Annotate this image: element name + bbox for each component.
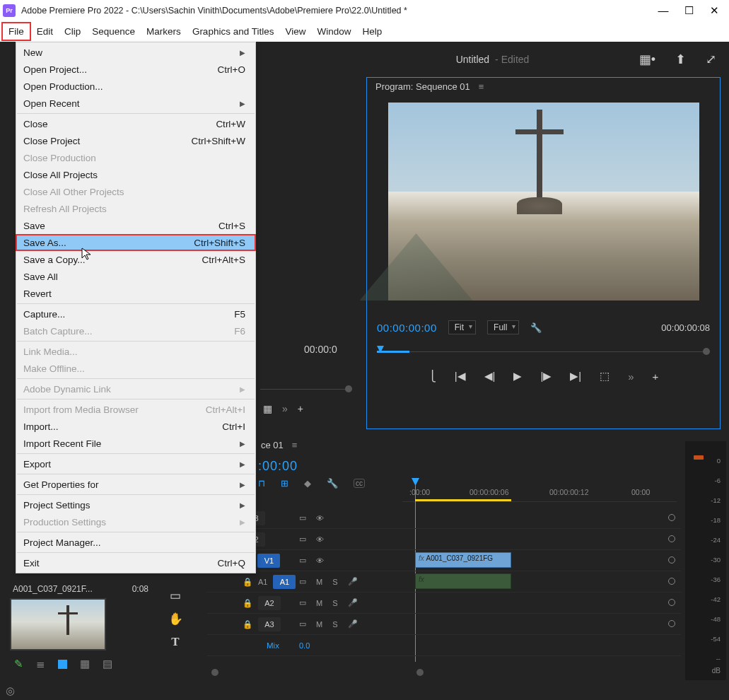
maximize-button[interactable]: ☐ [684,6,694,16]
menu-clip[interactable]: Clip [59,23,86,40]
toggle-output-icon[interactable]: ▭ [299,598,306,607]
track-label-v1[interactable]: V1 [257,554,280,568]
freeform-view-icon[interactable]: ▦ [80,658,90,670]
mic-icon[interactable]: 🎤 [348,577,358,586]
add-button[interactable]: + [653,371,659,383]
menu-item-capture[interactable]: Capture...F5 [16,305,255,322]
menu-item-import-recent-file[interactable]: Import Recent File▶ [16,435,255,452]
share-icon[interactable]: ⬆ [675,52,686,67]
menu-item-open-production[interactable]: Open Production... [16,78,255,95]
program-scrubber[interactable] [377,344,710,358]
track-label-a2[interactable]: A2 [258,596,281,610]
hand-tool-icon[interactable]: ✋ [168,612,183,626]
menu-item-revert[interactable]: Revert [16,285,255,302]
lift-button[interactable]: ⬚ [600,370,610,383]
src-overlay-icon[interactable]: » [282,403,288,414]
icon-view-icon[interactable] [58,660,67,669]
menu-view[interactable]: View [279,23,311,40]
track-label-a3[interactable]: A3 [258,617,281,631]
toggle-output-icon[interactable]: ▭ [299,513,306,523]
sort-icon[interactable]: ▤ [103,658,112,670]
track-label-a1[interactable]: A1 [273,575,296,589]
mic-icon[interactable]: 🎤 [348,619,358,629]
src-insert-icon[interactable]: ▦ [263,403,272,414]
menu-item-project-manager[interactable]: Project Manager... [16,534,255,551]
eye-icon[interactable]: 👁 [316,514,324,523]
src-add-icon[interactable]: + [298,403,303,414]
cc-icon[interactable]: cc [354,479,365,488]
menu-item-close-all-projects[interactable]: Close All Projects [16,166,255,183]
toggle-output-icon[interactable]: ▭ [299,556,306,565]
play-button[interactable]: ▶ [513,370,522,383]
timeline-timecode[interactable]: :00:00 [207,453,681,477]
menu-item-save[interactable]: SaveCtrl+S [16,217,255,234]
toggle-output-icon[interactable]: ▭ [299,619,306,629]
toggle-output-icon[interactable]: ▭ [299,577,306,586]
menu-item-open-recent[interactable]: Open Recent▶ [16,95,255,112]
lock-icon[interactable]: 🔒 [243,577,252,587]
clip-thumbnail[interactable] [10,598,106,651]
track-row-a1: 🔒A1A1 ▭MS🎤 fx [207,571,681,593]
resolution-select[interactable]: Full [487,320,519,334]
menu-item-save-all[interactable]: Save All [16,268,255,285]
menu-item-new[interactable]: New▶ [16,44,255,61]
type-tool-icon[interactable]: T [171,635,179,649]
menu-item-save-as[interactable]: Save As...Ctrl+Shift+S [16,234,256,251]
eye-icon[interactable]: 👁 [316,535,324,544]
menu-graphics[interactable]: Graphics and Titles [187,23,280,40]
menu-edit[interactable]: Edit [31,23,59,40]
fullscreen-icon[interactable]: ⤢ [706,52,716,67]
clip-name-label[interactable]: A001_C037_0921F... [13,584,93,594]
toggle-output-icon[interactable]: ▭ [299,535,306,544]
step-back-button[interactable]: ◀| [484,370,496,383]
step-fwd-button[interactable]: |▶ [540,370,552,383]
menu-item-get-properties-for[interactable]: Get Properties for▶ [16,476,255,493]
linked-selection-icon[interactable]: ⊞ [281,478,288,489]
app-icon: Pr [3,4,16,17]
selection-tool-icon[interactable]: ▭ [170,588,181,603]
menu-item-import[interactable]: Import...Ctrl+I [16,418,255,435]
menu-window[interactable]: Window [311,23,356,40]
zoom-scroll-handle-left[interactable] [211,669,218,676]
source-scrubber[interactable] [260,382,352,396]
minimize-button[interactable]: — [658,6,668,16]
snap-icon[interactable]: ⊓ [258,478,265,489]
meter-tick: -54 [705,635,721,643]
video-clip[interactable]: fx A001_C037_0921FG [415,552,511,568]
new-item-icon[interactable]: ✎ [14,658,23,670]
program-in-timecode[interactable]: 00:00:00:00 [377,322,437,334]
panel-menu-icon[interactable]: ≡ [479,81,484,92]
quick-export-icon[interactable]: ▦• [639,52,655,67]
lock-icon[interactable]: 🔒 [243,598,252,608]
marker-icon[interactable]: ◆ [304,478,311,489]
menu-item-save-a-copy[interactable]: Save a Copy...Ctrl+Alt+S [16,251,255,268]
settings-icon[interactable]: 🔧 [530,322,542,333]
audio-clip[interactable]: fx [415,573,511,589]
work-area-bar[interactable] [415,499,511,501]
menu-item-close[interactable]: CloseCtrl+W [16,115,255,132]
menu-item-exit[interactable]: ExitCtrl+Q [16,554,255,571]
menu-markers[interactable]: Markers [141,23,187,40]
menu-item-project-settings[interactable]: Project Settings▶ [16,496,255,513]
menu-item-close-project[interactable]: Close ProjectCtrl+Shift+W [16,132,255,149]
menu-sequence[interactable]: Sequence [86,23,141,40]
close-button[interactable]: ✕ [709,6,719,16]
list-view-icon[interactable]: ≣ [36,658,45,670]
mark-in-button[interactable]: ⎩ [428,370,436,383]
mix-value[interactable]: 0.0 [299,641,310,650]
menu-item-open-project[interactable]: Open Project...Ctrl+O [16,61,255,78]
timeline-ruler[interactable]: :00:00 00:00:00:06 00:00:00:12 00:00 [402,478,677,502]
menu-help[interactable]: Help [356,23,387,40]
menu-file[interactable]: File [1,22,31,41]
mic-icon[interactable]: 🎤 [348,598,358,607]
wrench-icon[interactable]: 🔧 [327,478,338,489]
zoom-scroll-handle-right[interactable] [416,669,424,676]
extract-button[interactable]: » [628,371,634,383]
go-to-out-button[interactable]: ▶| [570,370,581,383]
panel-menu-icon[interactable]: ≡ [292,440,298,450]
go-to-in-button[interactable]: |◀ [455,370,466,383]
lock-icon[interactable]: 🔒 [243,619,252,629]
menu-item-export[interactable]: Export▶ [16,455,255,472]
eye-icon[interactable]: 👁 [316,556,324,565]
zoom-fit-select[interactable]: Fit [448,320,476,334]
